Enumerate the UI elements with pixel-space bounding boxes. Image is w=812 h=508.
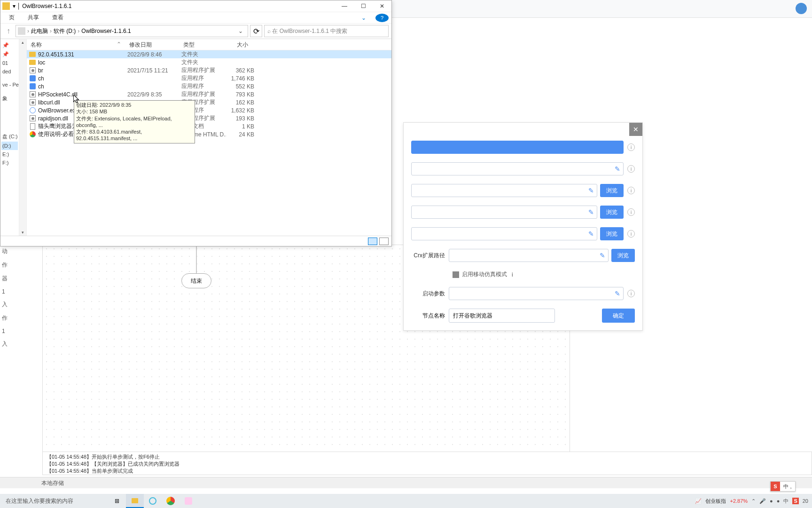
file-row[interactable]: 92.0.4515.1312022/9/9 8:46文件夹 [27, 50, 391, 58]
picker-icon[interactable]: ✎ [588, 187, 594, 194]
header-name[interactable]: 名称 ⌃ [27, 39, 125, 50]
flow-end-node[interactable]: 结束 [181, 273, 211, 288]
log-panel: 【01-05 14:55:48】开始执行单步测试，按F6停止 【01-05 14… [42, 452, 812, 475]
property-input[interactable]: ✎ [411, 227, 597, 240]
browse-button[interactable]: 浏览 [611, 249, 635, 262]
nav-tree[interactable]: 📌 📌 01 ded ve - Pers 象 盘 (C:) (D:) E:) F… [0, 39, 19, 236]
file-row[interactable]: ch应用程序1,746 KB [27, 74, 391, 82]
header-date[interactable]: 修改日期 [125, 39, 180, 50]
file-icon [29, 91, 36, 98]
picker-icon[interactable]: ✎ [588, 230, 594, 238]
scroll-down-icon[interactable]: ▾ [19, 229, 26, 236]
tray-ime-lang[interactable]: 中 [783, 498, 789, 505]
scroll-up-icon[interactable]: ▴ [19, 39, 26, 46]
path-dropdown-icon[interactable]: ⌄ [235, 28, 246, 34]
help-icon[interactable]: ? [375, 14, 389, 22]
sidebar-fragment: 入 [0, 298, 19, 311]
mobile-mode-checkbox[interactable] [453, 271, 459, 278]
folder-tooltip: 创建日期: 2022/9/9 8:35 大小: 158 MB 文件夹: Exte… [74, 100, 195, 143]
panel-close-button[interactable]: ✕ [629, 123, 642, 136]
property-input[interactable]: ✎ [411, 206, 597, 219]
header-size[interactable]: 大小 [224, 39, 252, 50]
tree-item[interactable]: 01 [1, 59, 18, 67]
nav-up-button[interactable]: ↑ [3, 26, 14, 36]
tray-mic-icon[interactable]: 🎤 [759, 498, 766, 504]
property-input[interactable]: ✎ [411, 162, 624, 175]
file-list: 名称 ⌃ 修改日期 类型 大小 92.0.4515.1312022/9/9 8:… [27, 39, 391, 236]
search-box[interactable]: ⌕ 在 OwlBrowser-1.1.6.1 中搜索 [264, 25, 389, 37]
refresh-button[interactable]: ⟳ [250, 25, 262, 37]
tree-item[interactable]: ve - Pers [1, 80, 18, 89]
header-type[interactable]: 类型 [180, 39, 224, 50]
details-view-button[interactable] [368, 238, 377, 245]
ribbon-tab-home[interactable]: 页 [2, 12, 21, 24]
maximize-button[interactable]: ☐ [354, 0, 373, 12]
confirm-button[interactable]: 确定 [602, 309, 635, 323]
tree-item[interactable]: 📌 [1, 50, 18, 59]
breadcrumb-drive[interactable]: 软件 (D:) [52, 27, 78, 35]
picker-icon[interactable]: ✎ [615, 165, 620, 173]
tray-chevron-icon[interactable]: ⌃ [751, 498, 756, 504]
tree-item[interactable]: 象 [1, 94, 18, 103]
user-avatar-icon[interactable] [796, 3, 807, 14]
info-icon[interactable]: i [627, 208, 635, 216]
file-row[interactable]: br2021/7/15 11:21应用程序扩展362 KB [27, 66, 391, 74]
info-icon[interactable]: i [512, 271, 513, 278]
tree-item[interactable]: ded [1, 67, 18, 76]
picker-icon[interactable]: ✎ [588, 208, 594, 216]
breadcrumb-folder[interactable]: OwlBrowser-1.1.6.1 [79, 28, 133, 34]
file-size: 162 KB [226, 99, 254, 106]
taskbar-app-icon[interactable] [144, 494, 162, 508]
property-input[interactable]: ✎ [411, 184, 597, 197]
tree-item[interactable]: F:) [1, 159, 18, 167]
file-size: 552 KB [226, 83, 254, 90]
property-input-highlighted[interactable] [411, 141, 624, 154]
info-icon[interactable]: i [627, 230, 635, 238]
tree-item[interactable]: 盘 (C:) [1, 132, 18, 142]
tray-time[interactable]: 20 [803, 498, 808, 504]
address-bar-row: ↑ › 此电脑 › 软件 (D:) › OwlBrowser-1.1.6.1 ⌄… [0, 23, 391, 39]
taskbar-explorer-icon[interactable] [126, 494, 144, 508]
tree-scrollbar[interactable]: ▴ ▾ [19, 39, 27, 236]
ribbon-tab-share[interactable]: 共享 [21, 12, 46, 24]
ime-indicator[interactable]: S 中 , [770, 481, 796, 492]
task-view-icon[interactable]: ⊞ [108, 494, 126, 508]
launch-params-input[interactable]: ✎ [449, 287, 624, 300]
column-headers[interactable]: 名称 ⌃ 修改日期 类型 大小 [27, 39, 391, 50]
browse-button[interactable]: 浏览 [600, 206, 624, 219]
tray-icon[interactable]: ● [777, 498, 780, 504]
minimize-button[interactable]: — [335, 0, 354, 12]
info-icon[interactable]: i [627, 143, 635, 151]
icons-view-button[interactable] [379, 238, 389, 245]
info-icon[interactable]: i [627, 187, 635, 194]
picker-icon[interactable]: ✎ [600, 252, 605, 259]
system-tray[interactable]: 📈 创业板指 +2.87% ⌃ 🎤 ● ● 中 S 20 [691, 498, 812, 505]
crx-path-input[interactable]: ✎ [449, 249, 609, 262]
tree-item[interactable]: 📌 [1, 41, 18, 50]
file-row[interactable]: ch应用程序552 KB [27, 82, 391, 90]
explorer-titlebar[interactable]: ▾ │ OwlBrowser-1.1.6.1 — ☐ ✕ [0, 0, 391, 12]
taskbar-search[interactable]: 在这里输入你要搜索的内容 [0, 494, 108, 508]
taskbar-app-icon[interactable] [180, 494, 197, 508]
tree-item[interactable]: E:) [1, 150, 18, 159]
file-row[interactable]: loc文件夹 [27, 58, 391, 66]
info-icon[interactable]: i [627, 290, 635, 297]
node-name-input[interactable] [449, 309, 555, 323]
picker-icon[interactable]: ✎ [615, 290, 620, 297]
tray-icon[interactable]: ● [770, 498, 773, 504]
tray-sogou-icon[interactable]: S [792, 498, 798, 504]
browse-button[interactable]: 浏览 [600, 184, 624, 197]
sidebar-fragment: 作 [0, 311, 19, 325]
file-row[interactable]: HPSocket4C.dll2022/9/9 8:35应用程序扩展793 KB [27, 90, 391, 98]
tree-item[interactable]: (D:) [1, 142, 18, 150]
breadcrumb-pc[interactable]: 此电脑 [29, 27, 50, 35]
close-button[interactable]: ✕ [373, 0, 391, 12]
taskbar-chrome-icon[interactable] [162, 494, 180, 508]
browse-button[interactable]: 浏览 [600, 227, 624, 240]
file-type: 应用程序扩展 [181, 66, 226, 74]
ribbon-expand-icon[interactable]: ⌄ [355, 13, 373, 23]
file-icon [29, 115, 36, 122]
ribbon-tab-view[interactable]: 查看 [46, 12, 70, 24]
address-bar[interactable]: › 此电脑 › 软件 (D:) › OwlBrowser-1.1.6.1 ⌄ [16, 25, 248, 37]
info-icon[interactable]: i [627, 165, 635, 173]
